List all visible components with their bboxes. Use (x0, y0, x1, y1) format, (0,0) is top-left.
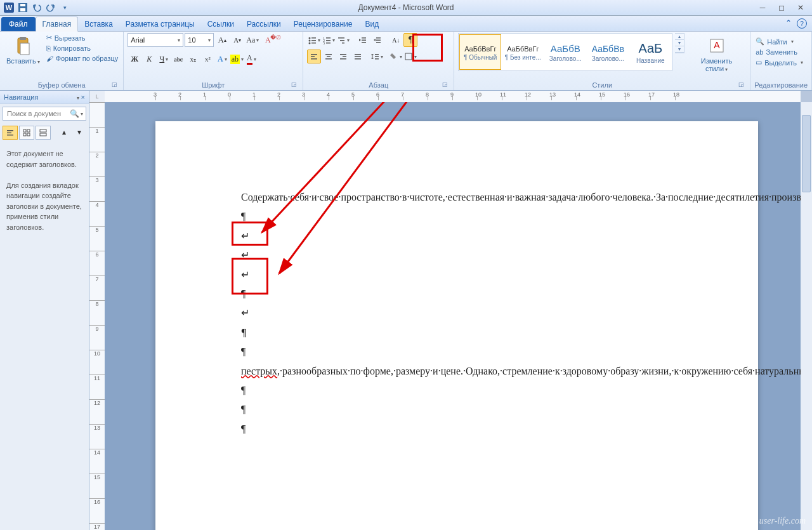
replace-button[interactable]: abЗаменить (754, 48, 804, 56)
nav-view-pages[interactable] (19, 126, 34, 140)
paragraph-dialog-icon[interactable]: ◲ (441, 81, 449, 89)
font-name-select[interactable]: Arial▾ (128, 33, 183, 47)
nav-view-headings[interactable] (3, 126, 18, 140)
style-item-1[interactable]: АаБбВвГг¶ Без инте... (502, 34, 544, 70)
clear-format-button[interactable]: A�∅ (261, 33, 275, 47)
svg-rect-37 (340, 58, 346, 60)
style-item-3[interactable]: АаБбВвЗаголово... (587, 34, 629, 70)
empty-pilcrow-4[interactable]: ¶ (241, 342, 672, 361)
increase-indent-button[interactable] (370, 33, 384, 47)
minimize-ribbon-icon[interactable]: ⌃ (785, 18, 792, 29)
multilevel-button[interactable]: ▾ (336, 33, 350, 47)
find-button[interactable]: 🔍Найти▾ (754, 37, 804, 46)
group-clipboard: Вставить▾ ✂Вырезать ⎘Копировать 🖌Формат … (0, 32, 124, 90)
close-button[interactable]: ✕ (792, 2, 809, 13)
undo-button[interactable] (30, 1, 43, 14)
text-effects-button[interactable]: A▾ (215, 52, 229, 66)
maximize-button[interactable]: ◻ (773, 2, 790, 13)
style-item-4[interactable]: АаБНазвание (629, 34, 671, 70)
select-button[interactable]: ▭Выделить▾ (754, 58, 804, 67)
page[interactable]: Содержать·себя·и·свое·пространство·в·чис… (155, 121, 758, 530)
empty-pilcrow-1[interactable]: ¶ (241, 207, 672, 226)
nav-search[interactable]: 🔍▾ (3, 107, 86, 121)
horizontal-ruler[interactable]: 3210123456789101112131415161718 (105, 91, 801, 103)
tab-layout[interactable]: Разметка страницы (119, 17, 201, 31)
superscript-button[interactable]: x² (200, 52, 214, 66)
vertical-scrollbar[interactable] (800, 102, 812, 530)
nav-close-icon[interactable]: × (81, 93, 85, 101)
empty-linebreak-4[interactable]: ↵ (241, 303, 672, 322)
ribbon-tabs: Файл Главная Вставка Разметка страницы С… (0, 16, 812, 32)
page-viewport[interactable]: Содержать·себя·и·свое·пространство·в·чис… (105, 102, 801, 530)
grow-font-button[interactable]: A▴ (215, 33, 229, 47)
subscript-button[interactable]: x₂ (186, 52, 200, 66)
font-color-button[interactable]: A▾ (244, 52, 258, 66)
paragraph-1[interactable]: Содержать·себя·и·свое·пространство·в·чис… (241, 188, 672, 207)
empty-linebreak-3[interactable]: ↵ (241, 265, 672, 284)
tab-file[interactable]: Файл (1, 17, 36, 31)
qat-more-button[interactable]: ▾ (58, 1, 71, 14)
italic-button[interactable]: К (142, 52, 156, 66)
style-item-2[interactable]: АаБбВЗаголово... (544, 34, 586, 70)
minimize-button[interactable]: ─ (754, 2, 771, 13)
tab-insert[interactable]: Вставка (78, 17, 119, 31)
scrollbar-thumb[interactable] (802, 115, 811, 192)
paragraph-2[interactable]: пестрых,·разнообразных·по·форме,·размеру… (241, 362, 672, 381)
shading-button[interactable]: ▾ (389, 50, 403, 63)
ruler-toggle[interactable]: L (89, 91, 105, 103)
word-icon[interactable]: W (3, 1, 15, 14)
clipboard-dialog-icon[interactable]: ◲ (110, 81, 118, 89)
empty-pilcrow-2[interactable]: ¶ (241, 284, 672, 303)
svg-point-8 (309, 37, 311, 39)
underline-button[interactable]: Ч▾ (157, 52, 171, 66)
nav-next-button[interactable]: ▾ (72, 126, 86, 138)
redo-button[interactable] (44, 1, 57, 14)
copy-button[interactable]: ⎘Копировать (45, 44, 120, 53)
vertical-ruler[interactable]: 12345678910111213141516171819 (89, 102, 105, 530)
empty-pilcrow-6[interactable]: ¶ (241, 400, 672, 419)
format-painter-button[interactable]: 🖌Формат по образцу (45, 54, 120, 63)
align-right-button[interactable] (336, 50, 350, 63)
justify-button[interactable] (351, 50, 365, 63)
cut-button[interactable]: ✂Вырезать (45, 33, 120, 43)
styles-dialog-icon[interactable]: ◲ (737, 81, 745, 89)
paste-button[interactable]: Вставить▾ (4, 33, 43, 67)
search-icon[interactable]: 🔍 (70, 109, 79, 118)
tab-mailings[interactable]: Рассылки (240, 17, 287, 31)
decrease-indent-button[interactable] (355, 33, 369, 47)
nav-search-input[interactable] (6, 109, 70, 118)
sort-button[interactable]: A↓ (389, 33, 403, 47)
change-case-button[interactable]: Aa▾ (246, 33, 259, 47)
font-dialog-icon[interactable]: ◲ (290, 81, 298, 89)
save-button[interactable] (16, 1, 29, 14)
empty-pilcrow-3[interactable]: ¶ (241, 323, 672, 342)
nav-menu-icon[interactable]: ▾ (77, 95, 79, 101)
annotation-box-2 (232, 258, 268, 295)
change-styles-button[interactable]: A Изменить стили▾ (687, 33, 746, 75)
font-size-select[interactable]: 10▾ (185, 33, 214, 47)
bold-button[interactable]: Ж (128, 52, 141, 66)
help-icon[interactable]: ? (797, 18, 807, 29)
empty-linebreak-1[interactable]: ↵ (241, 227, 672, 246)
align-center-button[interactable] (322, 50, 336, 63)
tab-view[interactable]: Вид (358, 17, 385, 31)
numbering-button[interactable]: 123▾ (322, 33, 336, 47)
strike-button[interactable]: abc (171, 52, 185, 66)
tab-references[interactable]: Ссылки (201, 17, 240, 31)
styles-gallery[interactable]: АаБбВвГг¶ ОбычныйАаБбВвГг¶ Без инте...Аа… (458, 33, 672, 71)
line-spacing-button[interactable]: ▾ (370, 50, 384, 63)
style-item-0[interactable]: АаБбВвГг¶ Обычный (459, 34, 501, 70)
nav-view-results[interactable] (36, 126, 51, 140)
highlight-button[interactable]: ab▾ (230, 52, 244, 66)
styles-scroll[interactable]: ▴▾▾ (675, 33, 684, 53)
select-icon: ▭ (756, 58, 762, 67)
align-left-button[interactable] (307, 50, 321, 63)
empty-pilcrow-5[interactable]: ¶ (241, 381, 672, 400)
empty-linebreak-2[interactable]: ↵ (241, 246, 672, 265)
empty-pilcrow-7[interactable]: ¶ (241, 420, 672, 439)
shrink-font-button[interactable]: A▾ (230, 33, 244, 47)
nav-prev-button[interactable]: ▴ (57, 126, 71, 138)
tab-review[interactable]: Рецензирование (287, 17, 359, 31)
bullets-button[interactable]: ▾ (307, 33, 321, 47)
tab-home[interactable]: Главная (36, 17, 79, 32)
